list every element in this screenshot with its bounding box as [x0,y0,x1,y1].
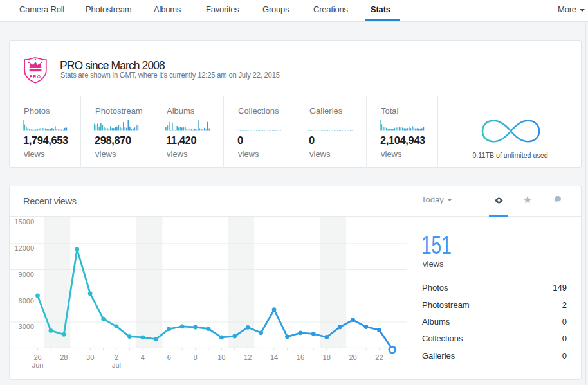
svg-text:PRO: PRO [30,75,41,79]
